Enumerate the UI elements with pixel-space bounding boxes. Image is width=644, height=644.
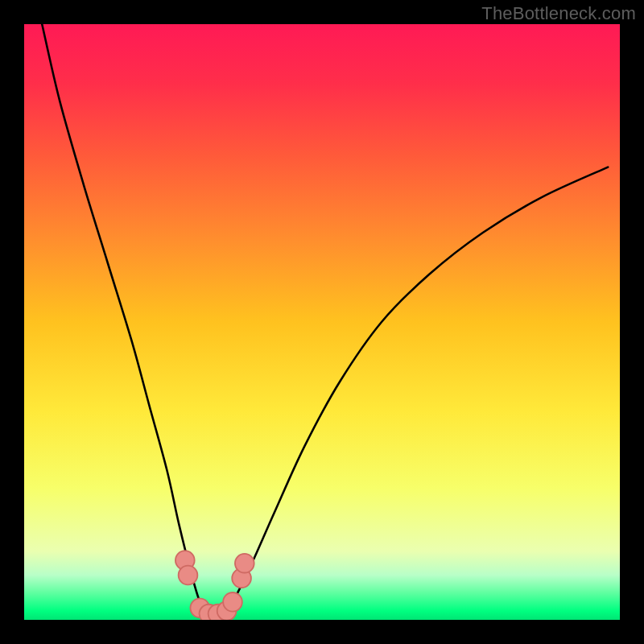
curve-markers <box>175 551 254 620</box>
curve-marker <box>223 592 242 612</box>
curve-marker <box>235 554 254 573</box>
watermark-text: TheBottleneck.com <box>481 3 636 24</box>
chart-frame: TheBottleneck.com <box>0 0 644 644</box>
bottleneck-curve <box>42 24 608 619</box>
curve-layer <box>24 24 620 620</box>
curve-marker <box>179 566 198 585</box>
plot-area <box>24 24 620 620</box>
